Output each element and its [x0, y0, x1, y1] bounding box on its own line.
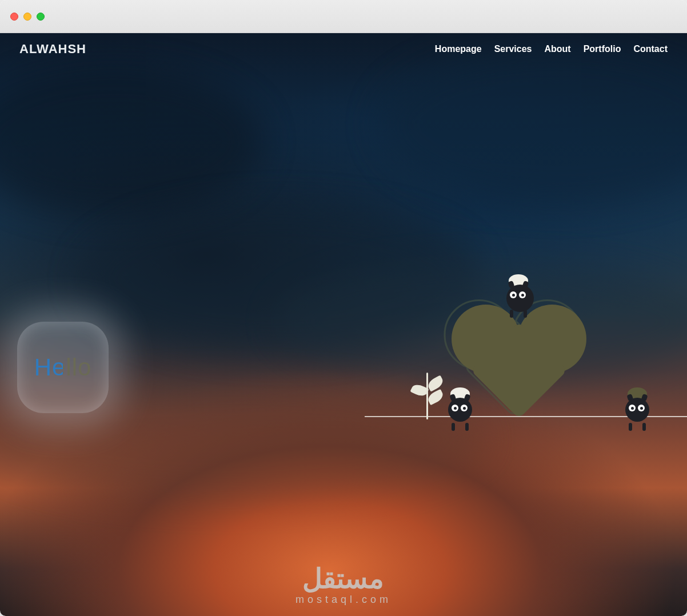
window-zoom-icon[interactable] — [37, 13, 45, 21]
brand-logo[interactable]: ALWAHSH — [19, 42, 86, 57]
cloud-decoration — [0, 67, 263, 216]
character-left — [444, 394, 477, 427]
nav-link-contact[interactable]: Contact — [633, 44, 668, 54]
watermark-latin: mostaql.com — [295, 594, 392, 606]
hero-illustration — [399, 285, 650, 445]
plant-icon — [410, 373, 445, 419]
cloud-decoration — [378, 45, 687, 205]
hello-text: Hello — [34, 354, 92, 381]
watermark-arabic: مستقل — [295, 565, 392, 593]
hello-badge: Hello — [17, 322, 109, 413]
window-titlebar — [0, 0, 687, 33]
window-minimize-icon[interactable] — [23, 13, 31, 21]
character-right — [621, 394, 654, 427]
nav-links: Homepage Services About Portfolio Contac… — [435, 44, 668, 54]
character-top — [502, 281, 535, 314]
nav-link-services[interactable]: Services — [494, 44, 532, 54]
navbar: ALWAHSH Homepage Services About Portfoli… — [0, 33, 687, 65]
page-viewport: ALWAHSH Homepage Services About Portfoli… — [0, 33, 687, 616]
watermark: مستقل mostaql.com — [295, 565, 392, 606]
window-close-icon[interactable] — [10, 13, 18, 21]
nav-link-about[interactable]: About — [544, 44, 570, 54]
nav-link-portfolio[interactable]: Portfolio — [584, 44, 621, 54]
browser-window: ALWAHSH Homepage Services About Portfoli… — [0, 0, 687, 616]
nav-link-homepage[interactable]: Homepage — [435, 44, 482, 54]
heart-icon — [462, 305, 576, 419]
